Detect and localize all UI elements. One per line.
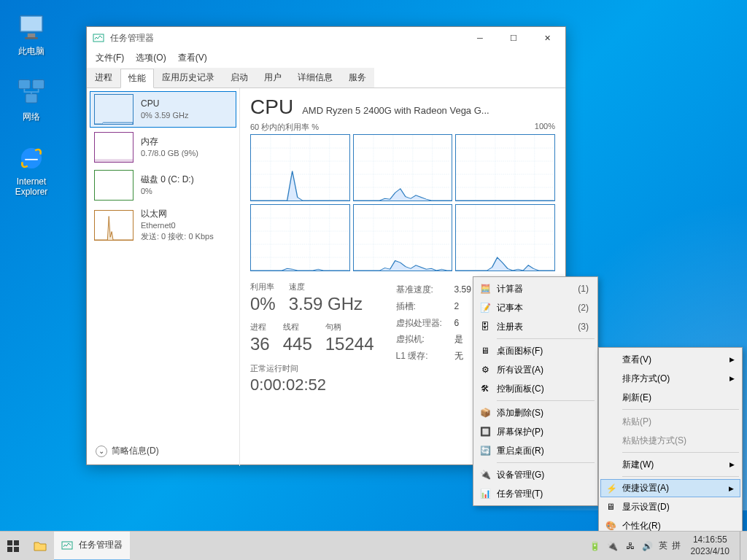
- sidebar-memory-title: 内存: [141, 136, 198, 148]
- cpu-core-chart-0[interactable]: [250, 134, 350, 201]
- menu-task-mgr[interactable]: 📊任务管理(T): [475, 484, 596, 503]
- performance-sidebar: CPU 0% 3.59 GHz 内存 0.7/8.0 GB (9%) 磁盘 0 …: [87, 88, 240, 466]
- device-icon: 🔌: [479, 469, 491, 481]
- explorer-button[interactable]: [26, 532, 54, 561]
- svg-rect-6: [26, 94, 37, 103]
- show-desktop-button[interactable]: [740, 532, 744, 561]
- disk-thumb: [94, 170, 133, 201]
- menu-desktop-icons[interactable]: 🖥桌面图标(F): [475, 341, 596, 360]
- cpu-core-chart-3[interactable]: [250, 204, 350, 271]
- registry-icon: 🗄: [479, 321, 491, 332]
- menu-calculator[interactable]: 🧮计算器(1): [475, 279, 596, 298]
- menu-refresh[interactable]: 刷新(E): [600, 388, 740, 407]
- tab-processes[interactable]: 进程: [87, 68, 120, 88]
- sidebar-memory-detail: 0.7/8.0 GB (9%): [141, 148, 198, 159]
- tab-users[interactable]: 用户: [256, 68, 290, 88]
- cpu-core-chart-5[interactable]: [455, 204, 555, 271]
- app-icon: [93, 32, 104, 44]
- minimize-button[interactable]: ─: [463, 27, 497, 49]
- cpu-charts-grid: [250, 134, 555, 271]
- menu-quick-settings[interactable]: ⚡便捷设置(A)▶: [600, 479, 740, 497]
- svg-marker-18: [251, 171, 349, 201]
- panel-heading: CPU: [250, 96, 293, 119]
- menu-paste-shortcut: 粘贴快捷方式(S): [600, 431, 740, 450]
- menu-add-remove[interactable]: 📦添加删除(S): [475, 403, 596, 422]
- desktop-icon-network[interactable]: 网络: [6, 77, 57, 123]
- display-icon: 🖥: [605, 501, 616, 513]
- svg-rect-3: [25, 37, 38, 39]
- menu-paste: 粘贴(P): [600, 412, 740, 431]
- taskmgr-icon: 📊: [479, 488, 491, 499]
- sidebar-cpu-detail: 0% 3.59 GHz: [141, 110, 188, 121]
- cpu-core-chart-4[interactable]: [353, 204, 453, 271]
- maximize-button[interactable]: ☐: [497, 27, 530, 49]
- menu-view[interactable]: 查看(V)▶: [600, 350, 740, 369]
- menu-regedit[interactable]: 🗄注册表(3): [475, 317, 596, 336]
- tab-performance[interactable]: 性能: [120, 69, 154, 88]
- menu-screensaver[interactable]: 🔲屏幕保护(P): [475, 422, 596, 441]
- cpu-model: AMD Ryzen 5 2400G with Radeon Vega G...: [302, 105, 489, 116]
- close-button[interactable]: ✕: [530, 27, 564, 49]
- taskbar-app-taskmgr[interactable]: 任务管理器: [54, 532, 130, 561]
- menu-restart-desktop[interactable]: 🔄重启桌面(R): [475, 441, 596, 460]
- menu-options[interactable]: 选项(O): [130, 50, 171, 66]
- cpu-core-chart-2[interactable]: [455, 134, 555, 201]
- tray-usb-icon[interactable]: 🔌: [606, 540, 619, 553]
- network-icon: [16, 77, 47, 108]
- desktop-icon-this-pc[interactable]: 此电脑: [6, 12, 57, 58]
- svg-marker-63: [456, 257, 554, 271]
- window-title: 任务管理器: [110, 32, 463, 44]
- menu-notepad[interactable]: 📝记事本(2): [475, 298, 596, 317]
- sidebar-disk-detail: 0%: [141, 186, 194, 197]
- quick-settings-submenu: 🧮计算器(1) 📝记事本(2) 🗄注册表(3) 🖥桌面图标(F) ⚙所有设置(A…: [473, 276, 598, 506]
- svg-rect-9: [95, 159, 133, 162]
- tab-services[interactable]: 服务: [341, 68, 374, 88]
- summary-link[interactable]: ⌄ 简略信息(D): [96, 445, 159, 457]
- tray-sound-icon[interactable]: 🔊: [641, 540, 654, 553]
- ie-icon: [16, 143, 47, 174]
- stat-speed-label: 速度: [289, 281, 363, 292]
- menu-new[interactable]: 新建(W)▶: [600, 455, 740, 474]
- tray-ime1[interactable]: 英: [659, 540, 667, 552]
- menu-all-settings[interactable]: ⚙所有设置(A): [475, 360, 596, 379]
- chevron-down-icon: ⌄: [96, 446, 107, 457]
- sidebar-item-ethernet[interactable]: 以太网 Ethernet0 发送: 0 接收: 0 Kbps: [90, 205, 236, 246]
- cpu-thumb: [94, 94, 133, 125]
- menu-display[interactable]: 🖥显示设置(D): [600, 497, 740, 516]
- menu-control-panel[interactable]: 🛠控制面板(C): [475, 379, 596, 398]
- svg-rect-66: [7, 547, 12, 552]
- cpu-core-chart-1[interactable]: [353, 134, 453, 201]
- uptime-label: 正常运行时间: [250, 363, 374, 374]
- tray-clock[interactable]: 14:16:55 2023/4/10: [685, 534, 735, 557]
- menu-device-mgr[interactable]: 🔌设备管理(G): [475, 465, 596, 484]
- notepad-icon: 📝: [479, 302, 491, 314]
- taskmgr-icon: [61, 540, 73, 551]
- sidebar-eth-detail2: 发送: 0 接收: 0 Kbps: [141, 231, 214, 242]
- sidebar-item-memory[interactable]: 内存 0.7/8.0 GB (9%): [90, 129, 236, 166]
- stat-handle-value: 15244: [325, 334, 374, 354]
- sidebar-eth-title: 以太网: [141, 208, 214, 220]
- start-button[interactable]: [0, 532, 26, 561]
- stat-thread-value: 445: [283, 334, 312, 354]
- desktop-icon-ie[interactable]: Internet Explorer: [6, 143, 57, 197]
- chart-ymax: 100%: [535, 122, 555, 133]
- tray-battery-icon[interactable]: 🔋: [589, 540, 602, 553]
- computer-icon: [16, 12, 47, 42]
- titlebar[interactable]: 任务管理器 ─ ☐ ✕: [87, 27, 565, 49]
- sidebar-item-disk[interactable]: 磁盘 0 (C: D:) 0%: [90, 167, 236, 203]
- tray-network-icon[interactable]: 🖧: [624, 540, 637, 553]
- svg-marker-27: [354, 189, 452, 201]
- stat-speed-value: 3.59 GHz: [289, 294, 363, 314]
- menu-file[interactable]: 文件(F): [90, 50, 130, 66]
- svg-rect-67: [14, 547, 19, 552]
- chart-xlabel: 60 秒内的利用率 %: [250, 122, 319, 133]
- tab-details[interactable]: 详细信息: [290, 68, 341, 88]
- tab-history[interactable]: 应用历史记录: [154, 68, 222, 88]
- tab-startup[interactable]: 启动: [222, 68, 256, 88]
- tray-ime2[interactable]: 拼: [672, 540, 681, 552]
- menu-view[interactable]: 查看(V): [172, 50, 213, 66]
- menubar: 文件(F) 选项(O) 查看(V): [87, 49, 565, 66]
- sidebar-item-cpu[interactable]: CPU 0% 3.59 GHz: [90, 91, 236, 128]
- svg-rect-1: [21, 17, 42, 31]
- menu-sort[interactable]: 排序方式(O)▶: [600, 369, 740, 388]
